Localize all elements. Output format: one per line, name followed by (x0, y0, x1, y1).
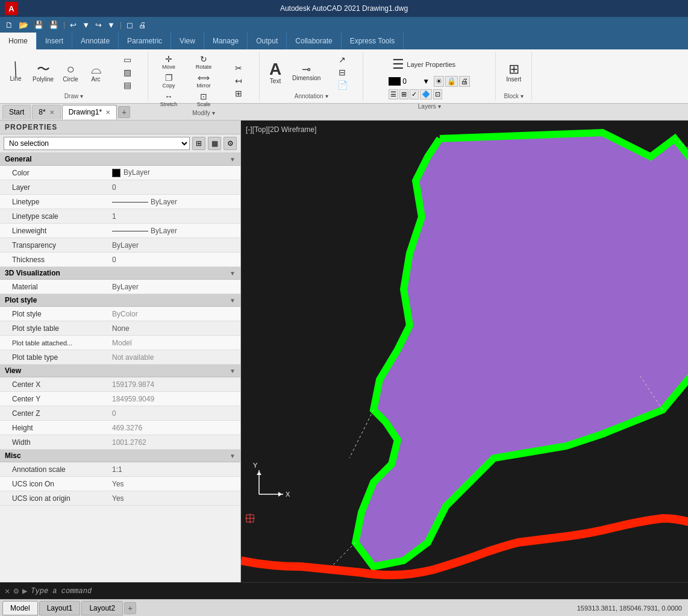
prop-value-color[interactable]: ByLayer (108, 168, 240, 177)
block-insert-btn[interactable]: ⊞ Insert (502, 60, 526, 85)
canvas-area[interactable]: [-][Top][2D Wireframe] X (241, 121, 688, 582)
cmdline-arrow-btn[interactable]: ▶ (22, 586, 27, 596)
tab-collaborate[interactable]: Collaborate (287, 33, 341, 49)
section-header-plot[interactable]: Plot style ▼ (0, 294, 240, 307)
qa-save-btn[interactable]: 💾 (32, 19, 45, 31)
layer-btn2[interactable]: 🔒 (445, 76, 458, 87)
prop-value-layer[interactable]: 0 (108, 183, 240, 192)
modify-expand-icon[interactable]: ▾ (212, 110, 215, 116)
draw-polyline-btn[interactable]: 〜 Polyline (29, 60, 57, 85)
draw-gradient-btn[interactable]: ▤ (110, 79, 144, 91)
cmdline-settings-btn[interactable]: ⚙ (13, 586, 18, 596)
selection-settings-btn[interactable]: ⚙ (224, 137, 237, 150)
modify-mirror-btn[interactable]: ⟺ Mirror (187, 72, 220, 90)
layer-properties-btn[interactable]: ☰ Layer Properties (389, 55, 459, 74)
layer-tools-5[interactable]: ⊡ (433, 89, 442, 99)
modify-rotate-btn[interactable]: ↻ Rotate (187, 53, 220, 71)
section-misc-label: Misc (5, 451, 21, 460)
add-doc-tab-btn[interactable]: + (118, 106, 130, 118)
prop-name-plot-style: Plot style (0, 310, 108, 318)
modify-extend-btn[interactable]: ↤ (222, 75, 255, 87)
prop-value-ann-scale[interactable]: 1:1 (108, 465, 240, 474)
prop-value-transparency[interactable]: ByLayer (108, 241, 240, 250)
section-3d-arrow: ▼ (230, 270, 236, 277)
selection-dropdown[interactable]: No selection (4, 137, 190, 150)
layer-tools-4[interactable]: 🔷 (420, 89, 432, 99)
draw-line-btn[interactable]: ╱ Line (4, 61, 28, 84)
qa-open-btn[interactable]: 📂 (17, 19, 30, 31)
layout-tab-model[interactable]: Model (2, 601, 38, 615)
prop-value-ucs-origin[interactable]: Yes (108, 494, 240, 503)
qa-new-btn[interactable]: 🗋 (4, 19, 15, 31)
tab-home[interactable]: Home (0, 33, 37, 49)
qa-workspace-btn[interactable]: ◻ (125, 19, 135, 31)
section-header-misc[interactable]: Misc ▼ (0, 450, 240, 462)
tab-parametric[interactable]: Parametric (119, 33, 171, 49)
doc-tab-8-label: 8* (39, 108, 45, 116)
draw-expand-icon[interactable]: ▾ (80, 93, 83, 99)
draw-arc-btn[interactable]: ⌓ Arc (84, 60, 108, 85)
tab-insert[interactable]: Insert (37, 33, 72, 49)
layer-dropdown-arrow[interactable]: ▼ (422, 77, 430, 86)
qa-redo-arrow[interactable]: ▼ (105, 19, 117, 31)
prop-value-linetype-scale[interactable]: 1 (108, 212, 240, 221)
tab-express-tools[interactable]: Express Tools (342, 33, 404, 49)
annotation-text-btn[interactable]: A Text (263, 58, 287, 87)
tab-view[interactable]: View (171, 33, 204, 49)
section-header-view[interactable]: View ▼ (0, 365, 240, 377)
tab-annotate[interactable]: Annotate (72, 33, 119, 49)
draw-rect-btn[interactable]: ▭ (110, 54, 144, 66)
prop-value-lineweight[interactable]: ByLayer (108, 227, 240, 235)
tab-manage[interactable]: Manage (204, 33, 248, 49)
layer-tools-3[interactable]: ✓ (410, 89, 419, 99)
annotation-expand-icon[interactable]: ▾ (325, 93, 328, 99)
tab-output[interactable]: Output (248, 33, 287, 49)
layer-tools-1[interactable]: ☰ (389, 89, 398, 99)
prop-value-thickness[interactable]: 0 (108, 256, 240, 264)
layout-tab-layout1[interactable]: Layout1 (39, 601, 81, 615)
section-header-general[interactable]: General ▼ (0, 153, 240, 166)
draw-circle-btn[interactable]: ○ Circle (58, 60, 83, 85)
modify-trim-btn[interactable]: ✂ (222, 62, 255, 74)
section-header-3d[interactable]: 3D Visualization ▼ (0, 267, 240, 280)
doc-tab-start[interactable]: Start (2, 105, 31, 119)
prop-value-linetype[interactable]: ByLayer (108, 198, 240, 206)
annotation-dim-btn[interactable]: ⊸ Dimension (289, 61, 324, 84)
doc-tab-8-close[interactable]: ✕ (49, 109, 54, 116)
annotation-table-btn[interactable]: ⊟ (325, 66, 359, 78)
qa-undo-btn[interactable]: ↩ (68, 19, 78, 31)
layer-btn3[interactable]: 🖨 (459, 76, 470, 87)
draw-hatch-btn[interactable]: ▨ (110, 66, 144, 78)
bottom-tabs: Model Layout1 Layout2 + 159313.3811, 185… (0, 599, 688, 616)
doc-tab-drawing1-label: Drawing1* (69, 108, 102, 116)
prop-scroll[interactable]: General ▼ Color ByLayer Layer 0 Linetype… (0, 153, 240, 582)
block-expand-icon[interactable]: ▾ (521, 93, 524, 99)
qa-redo-btn[interactable]: ↪ (93, 19, 104, 31)
modify-copy-btn[interactable]: ❐ Copy (152, 72, 186, 90)
selection-filter-btn[interactable]: ▦ (208, 137, 221, 150)
layout-tab-layout2[interactable]: Layout2 (81, 601, 123, 615)
modify-move-btn[interactable]: ✛ Move (152, 53, 186, 71)
layers-expand-icon[interactable]: ▾ (438, 103, 441, 110)
layer-btn1[interactable]: ☀ (434, 76, 444, 87)
layer-color-swatch[interactable] (389, 77, 401, 86)
layer-tools-2[interactable]: ⊞ (399, 89, 408, 99)
modify-stretch-btn[interactable]: ↔ Stretch (152, 90, 186, 108)
doc-tab-8[interactable]: 8* ✕ (32, 105, 60, 119)
add-layout-tab-btn[interactable]: + (124, 602, 136, 614)
doc-tab-drawing1-close[interactable]: ✕ (105, 109, 110, 116)
annotation-mtext-btn[interactable]: 📄 (325, 79, 359, 91)
qa-undo-arrow[interactable]: ▼ (80, 19, 92, 31)
cmdline-x-btn[interactable]: ✕ (5, 586, 10, 596)
prop-value-plot-table[interactable]: None (108, 324, 240, 333)
prop-value-material[interactable]: ByLayer (108, 283, 240, 291)
modify-array-btn[interactable]: ⊞ (222, 87, 255, 99)
annotation-leader-btn[interactable]: ↗ (325, 54, 359, 66)
selection-obj-btn[interactable]: ⊞ (192, 137, 205, 150)
qa-saveas-btn[interactable]: 💾 (47, 19, 60, 31)
modify-scale-btn[interactable]: ⊡ Scale (187, 90, 220, 108)
prop-value-ucs-on[interactable]: Yes (108, 480, 240, 488)
doc-tab-drawing1[interactable]: Drawing1* ✕ (62, 105, 117, 119)
drawing-svg[interactable]: X Y (241, 121, 688, 582)
qa-print-btn[interactable]: 🖨 (137, 19, 148, 31)
